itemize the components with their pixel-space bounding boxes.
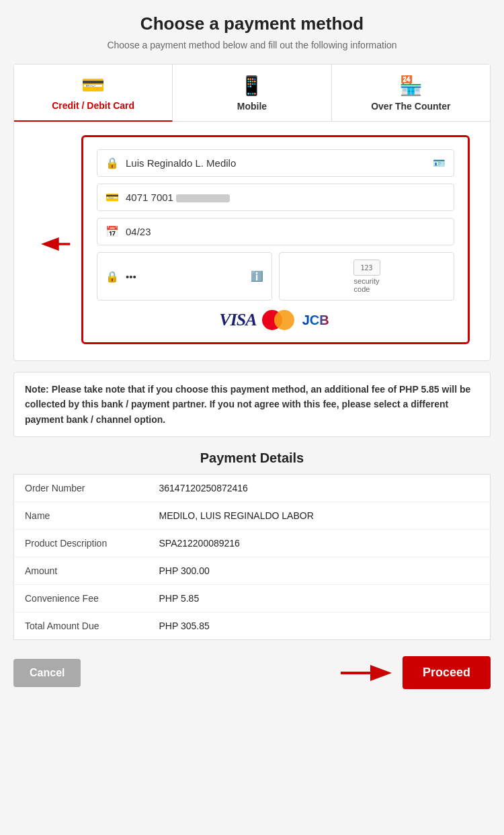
cvv-row: 🔒 ••• ℹ️ 123 securitycode (97, 252, 454, 301)
detail-value: PHP 5.85 (149, 585, 491, 612)
page-title: Choose a payment method (13, 13, 491, 34)
visa-logo: VISA (219, 310, 256, 330)
detail-label: Order Number (14, 475, 149, 502)
security-code-hint: 123 securitycode (279, 252, 454, 301)
detail-value: 36147120250872416 (149, 475, 491, 502)
table-row: Product Description SPA212200089216 (14, 530, 491, 557)
cardholder-name-value: Luis Reginaldo L. Medilo (126, 157, 426, 169)
detail-value: PHP 305.85 (149, 612, 491, 640)
tab-mobile-label: Mobile (237, 101, 267, 112)
tab-counter-label: Over The Counter (371, 101, 450, 112)
tab-credit-debit[interactable]: 💳 Credit / Debit Card (14, 65, 173, 122)
card-number-value: 4071 7001 (126, 192, 446, 203)
proceed-button[interactable]: Proceed (403, 656, 491, 689)
tab-over-the-counter[interactable]: 🏪 Over The Counter (332, 65, 490, 121)
person-icon: 🔒 (106, 157, 119, 169)
card-number-blur (176, 194, 230, 202)
detail-label: Total Amount Due (14, 612, 149, 640)
footer-row: Cancel Proceed (13, 653, 491, 689)
detail-label: Amount (14, 557, 149, 585)
detail-label: Product Description (14, 530, 149, 557)
note-box: Note: Please take note that if you choos… (13, 372, 491, 437)
credit-card-icon: 💳 (81, 74, 105, 96)
detail-label: Convenience Fee (14, 585, 149, 612)
info-icon: ℹ️ (251, 270, 263, 282)
card-form: 🔒 Luis Reginaldo L. Medilo 🪪 💳 4071 7001… (81, 135, 470, 344)
card-number-field[interactable]: 💳 4071 7001 (97, 184, 454, 211)
cardholder-name-field[interactable]: 🔒 Luis Reginaldo L. Medilo 🪪 (97, 149, 454, 177)
cvv-value: ••• (126, 271, 244, 282)
mastercard-logo (262, 310, 294, 330)
tab-credit-label: Credit / Debit Card (52, 100, 134, 111)
detail-label: Name (14, 502, 149, 530)
jcb-logo: JCB (300, 311, 332, 329)
mobile-icon: 📱 (240, 75, 263, 97)
calendar-icon: 📅 (106, 225, 119, 238)
security-card-visual: 123 (353, 260, 380, 276)
lock-icon: 🔒 (106, 270, 119, 283)
proceed-arrow-icon (341, 663, 394, 683)
card-logos: VISA JCB (97, 310, 454, 330)
payment-details-table: Order Number 36147120250872416 Name MEDI… (13, 474, 491, 640)
detail-value: SPA212200089216 (149, 530, 491, 557)
detail-value: MEDILO, LUIS REGINALDO LABOR (149, 502, 491, 530)
cancel-button[interactable]: Cancel (13, 659, 81, 687)
security-code-label: securitycode (354, 277, 380, 293)
table-row: Order Number 36147120250872416 (14, 475, 491, 502)
table-row: Total Amount Due PHP 305.85 (14, 612, 491, 640)
detail-value: PHP 300.00 (149, 557, 491, 585)
table-row: Convenience Fee PHP 5.85 (14, 585, 491, 612)
table-row: Name MEDILO, LUIS REGINALDO LABOR (14, 502, 491, 530)
mc-circle-orange (274, 310, 294, 330)
cvv-field[interactable]: 🔒 ••• ℹ️ (97, 252, 272, 301)
proceed-area: Proceed (341, 656, 491, 689)
tabs-row: 💳 Credit / Debit Card 📱 Mobile 🏪 Over Th… (14, 65, 490, 122)
note-text: Note: Please take note that if you choos… (25, 384, 470, 425)
tab-mobile[interactable]: 📱 Mobile (173, 65, 331, 121)
page-subtitle: Choose a payment method below and fill o… (13, 40, 491, 50)
arrow-annotation (34, 231, 75, 257)
card-icon: 💳 (106, 191, 119, 204)
table-row: Amount PHP 300.00 (14, 557, 491, 585)
tab-content-credit: 🔒 Luis Reginaldo L. Medilo 🪪 💳 4071 7001… (14, 122, 490, 360)
expiry-value: 04/23 (126, 226, 446, 237)
payment-tabs-container: 💳 Credit / Debit Card 📱 Mobile 🏪 Over Th… (13, 64, 491, 361)
id-icon: 🪪 (433, 157, 446, 169)
expiry-field[interactable]: 📅 04/23 (97, 218, 454, 245)
store-icon: 🏪 (399, 75, 423, 97)
payment-details-title: Payment Details (13, 450, 491, 466)
